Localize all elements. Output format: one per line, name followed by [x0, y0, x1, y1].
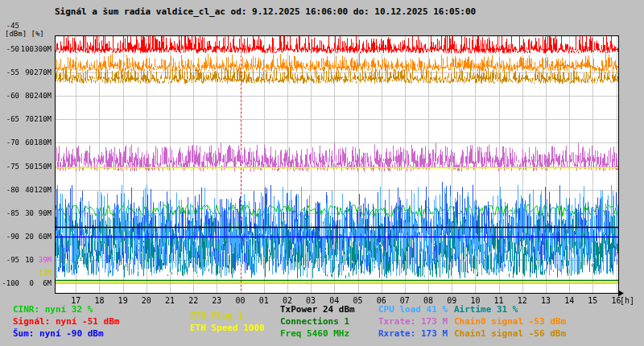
y-axis-tick: -90: [0, 233, 19, 241]
y-axis-row: -6080240M: [0, 92, 52, 100]
legend-eth-speed: ETH Speed 1000: [190, 323, 265, 333]
legend-noise: Šum: nyní -90 dBm: [13, 328, 104, 339]
legend-chain0: Chain0 signal -53 dBm: [454, 316, 566, 327]
x-axis-label: 18: [94, 296, 104, 305]
y-axis-tick: 120M: [34, 186, 52, 194]
y-axis-tick: 10: [19, 256, 34, 264]
y-axis-tick: 70: [19, 115, 34, 123]
legend-eth-plug: ETH Plug 1: [190, 311, 243, 321]
y-axis-tick: 60: [19, 138, 34, 146]
y-axis-tick: 0: [19, 279, 34, 287]
y-axis-tick: -45: [0, 22, 19, 30]
y-axis-tick: -70: [0, 138, 19, 146]
y-axis-tick: 40: [19, 186, 34, 194]
y-axis-extra-label: 13M: [0, 269, 52, 277]
y-axis-tick: [34, 22, 52, 30]
x-axis-label: 13: [541, 296, 551, 305]
x-axis-label: 22: [188, 296, 198, 305]
y-axis-tick: 240M: [34, 92, 52, 100]
y-axis-tick: [19, 22, 34, 30]
x-axis-label: 12: [518, 296, 527, 305]
legend-txpower: TxPower 24 dBm: [280, 304, 355, 315]
legend-airtime: Airtime 31 %: [454, 304, 518, 315]
y-axis-tick: 6M: [34, 279, 52, 287]
legend-rxrate: Rxrate: 173 M: [378, 328, 448, 339]
y-axis-tick: 90: [19, 68, 34, 76]
plot-area: [0, 0, 644, 346]
y-axis-row: -10006M: [0, 279, 52, 287]
y-axis-row: -45: [0, 22, 52, 30]
y-axis-tick: -85: [0, 209, 19, 217]
legend-connections: Connections 1: [280, 316, 349, 327]
y-axis-tick: 80: [19, 92, 34, 100]
y-axis-row: -902060M: [0, 233, 52, 241]
y-axis-tick: 20: [19, 233, 34, 241]
y-axis-tick: -100: [0, 279, 19, 287]
y-axis-tick: 30: [19, 209, 34, 217]
x-axis-label: 20: [142, 296, 151, 305]
y-axis-tick: -65: [0, 115, 19, 123]
x-axis-label: 15: [588, 296, 597, 305]
legend-txrate: Txrate: 173 M: [378, 316, 448, 327]
y-axis-tick: 50: [19, 163, 34, 171]
y-axis-tick: -60: [0, 92, 19, 100]
y-axis-row: -951039M: [0, 256, 52, 264]
legend-cinr: CINR: nyní 32 %: [13, 304, 93, 315]
y-axis-tick: -75: [0, 163, 19, 171]
y-axis-tick: 150M: [34, 163, 52, 171]
legend-chain1: Chain1 signal -56 dBm: [454, 328, 566, 339]
x-axis-label: 14: [564, 296, 574, 305]
y-axis-tick: -95: [0, 256, 19, 264]
x-axis-label: 19: [118, 296, 128, 305]
rrd-graph: Signál a šum radia valdice_cl_ac od: 9.1…: [0, 0, 644, 346]
y-axis-tick: 210M: [34, 115, 52, 123]
y-axis-row: -50100300M: [0, 45, 52, 53]
y-axis-row: -6570210M: [0, 115, 52, 123]
y-axis-tick: -80: [0, 186, 19, 194]
y-axis-tick: 100: [19, 45, 34, 53]
x-axis-label: 21: [165, 296, 175, 305]
y-axis-row: -8040120M: [0, 186, 52, 194]
y-axis-tick: -55: [0, 68, 19, 76]
y-axis-tick: 300M: [34, 45, 52, 53]
y-axis-row: -7550150M: [0, 163, 52, 171]
y-axis-tick: 180M: [34, 138, 52, 146]
y-axis-row: -5590270M: [0, 68, 52, 76]
x-axis-unit: [h]: [620, 296, 634, 305]
y-axis-tick: 270M: [34, 68, 52, 76]
y-axis-row: -7060180M: [0, 138, 52, 146]
y-axis-tick: 90M: [34, 209, 52, 217]
legend-freq: Freq 5460 MHz: [280, 328, 349, 339]
legend-signal: Signál: nyní -51 dBm: [13, 316, 119, 327]
y-axis-row: -853090M: [0, 209, 52, 217]
x-axis-label: 23: [212, 296, 221, 305]
y-axis-tick: -50: [0, 45, 19, 53]
y-axis-tick: 39M: [34, 256, 52, 264]
y-axis-tick: 60M: [34, 233, 52, 241]
x-axis-label: 00: [236, 296, 246, 305]
x-axis-label: 01: [259, 296, 269, 305]
legend-cpu-load: CPU load 41 %: [378, 304, 448, 315]
